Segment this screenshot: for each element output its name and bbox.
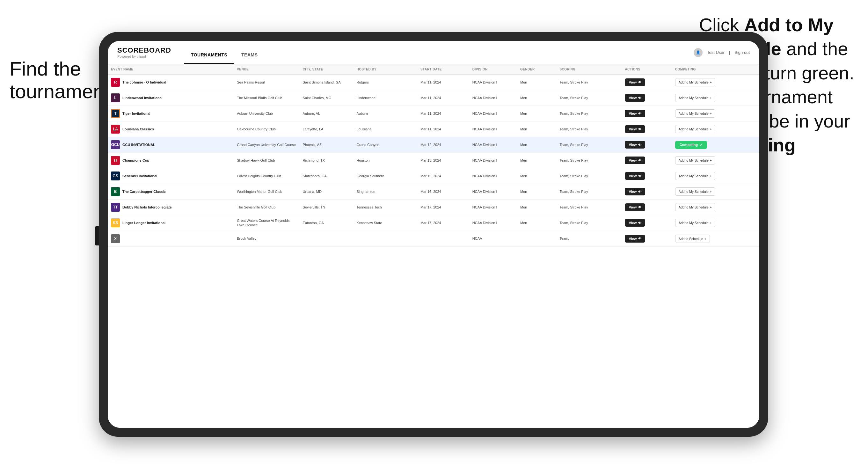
venue-cell: Oakbourne Country Club (234, 121, 299, 137)
view-button[interactable]: View 👁 (625, 141, 645, 149)
event-name: Lindenwood Invitational (122, 96, 162, 100)
scoring-cell: Team, Stroke Play (556, 106, 622, 121)
city-cell: Phoenix, AZ (300, 137, 353, 153)
col-gender: GENDER (517, 64, 556, 74)
eye-icon: 👁 (638, 81, 641, 84)
hosted-by-cell (353, 231, 417, 246)
gender-cell: Men (517, 121, 556, 137)
division-cell: NCAA Division I (469, 184, 517, 199)
tab-tournaments[interactable]: TOURNAMENTS (184, 52, 234, 64)
view-button[interactable]: View 👁 (625, 188, 645, 195)
view-button[interactable]: View 👁 (625, 172, 645, 180)
col-hosted: HOSTED BY (353, 64, 417, 74)
gender-cell: Men (517, 137, 556, 153)
add-to-schedule-button[interactable]: Add to My Schedule + (675, 187, 715, 196)
venue-cell: Shadow Hawk Golf Club (234, 153, 299, 168)
event-name-cell: BThe Carpetbagger Classic (108, 184, 234, 199)
team-logo: TT (111, 203, 120, 212)
division-cell: NCAA Division I (469, 199, 517, 215)
competing-cell: Add to My Schedule + (672, 90, 759, 106)
team-logo: R (111, 78, 120, 87)
add-to-schedule-button[interactable]: Add to My Schedule + (675, 94, 715, 102)
nav-tabs: TOURNAMENTS TEAMS (184, 41, 265, 64)
hosted-by-cell: Georgia Southern (353, 168, 417, 184)
add-to-schedule-button[interactable]: Add to Schedule + (675, 235, 710, 243)
eye-icon: 👁 (638, 190, 641, 193)
event-name: Tiger Invitational (122, 112, 151, 115)
signout-link[interactable]: Sign out (735, 50, 750, 55)
add-to-schedule-button[interactable]: Add to My Schedule + (675, 110, 715, 118)
city-cell: Urbana, MD (300, 184, 353, 199)
user-avatar: 👤 (694, 48, 703, 57)
col-actions: ACTIONS (622, 64, 672, 74)
actions-cell: View 👁 (622, 106, 672, 121)
hosted-by-cell: Grand Canyon (353, 137, 417, 153)
event-name-cell: TTiger Invitational (108, 106, 234, 121)
competing-cell: Add to My Schedule + (672, 215, 759, 231)
col-city: CITY, STATE (300, 64, 353, 74)
division-cell: NCAA Division I (469, 121, 517, 137)
eye-icon: 👁 (638, 112, 641, 115)
view-button[interactable]: View 👁 (625, 110, 645, 117)
view-button[interactable]: View 👁 (625, 219, 645, 227)
view-button[interactable]: View 👁 (625, 94, 645, 102)
scoring-cell: Team, Stroke Play (556, 215, 622, 231)
eye-icon: 👁 (638, 127, 641, 131)
add-to-schedule-button[interactable]: Add to My Schedule + (675, 203, 715, 211)
team-logo: L (111, 93, 120, 102)
col-division: DIVISION (469, 64, 517, 74)
division-cell: NCAA Division I (469, 153, 517, 168)
start-date-cell: Mar 17, 2024 (417, 215, 469, 231)
add-to-schedule-button[interactable]: Add to My Schedule + (675, 78, 715, 86)
scoring-cell: Team, Stroke Play (556, 153, 622, 168)
venue-cell: Forest Heights Country Club (234, 168, 299, 184)
add-to-schedule-button[interactable]: Add to My Schedule + (675, 125, 715, 133)
view-button[interactable]: View 👁 (625, 79, 645, 86)
actions-cell: View 👁 (622, 215, 672, 231)
venue-cell: Great Waters Course At Reynolds Lake Oco… (234, 215, 299, 231)
venue-cell: Grand Canyon University Golf Course (234, 137, 299, 153)
actions-cell: View 👁 (622, 153, 672, 168)
gender-cell (517, 231, 556, 246)
view-button[interactable]: View 👁 (625, 235, 645, 243)
hosted-by-cell: Binghamton (353, 184, 417, 199)
city-cell: Auburn, AL (300, 106, 353, 121)
add-to-schedule-button[interactable]: Add to My Schedule + (675, 219, 715, 227)
gender-cell: Men (517, 153, 556, 168)
user-name: Test User (707, 50, 724, 55)
col-competing: COMPETING (672, 64, 759, 74)
event-name: Louisiana Classics (122, 127, 154, 131)
team-logo: GCU (111, 140, 120, 149)
hosted-by-cell: Auburn (353, 106, 417, 121)
scoring-cell: Team, Stroke Play (556, 184, 622, 199)
view-button[interactable]: View 👁 (625, 204, 645, 211)
app-logo: SCOREBOARD (117, 47, 171, 54)
team-logo: B (111, 187, 120, 196)
actions-cell: View 👁 (622, 231, 672, 246)
header-right: 👤 Test User | Sign out (694, 48, 750, 57)
team-logo: X (111, 234, 120, 243)
hosted-by-cell: Lindenwood (353, 90, 417, 106)
venue-cell: Worthington Manor Golf Club (234, 184, 299, 199)
event-name: The Carpetbagger Classic (122, 190, 166, 193)
eye-icon: 👁 (638, 237, 641, 240)
start-date-cell: Mar 11, 2024 (417, 121, 469, 137)
view-button[interactable]: View 👁 (625, 125, 645, 133)
start-date-cell: Mar 12, 2024 (417, 137, 469, 153)
competing-button[interactable]: Competing ✓ (675, 141, 707, 149)
plus-icon: + (710, 127, 712, 131)
start-date-cell: Mar 13, 2024 (417, 153, 469, 168)
col-venue: VENUE (234, 64, 299, 74)
team-logo: H (111, 156, 120, 165)
table-header: EVENT NAME VENUE CITY, STATE HOSTED BY S… (108, 64, 759, 74)
eye-icon: 👁 (638, 143, 641, 147)
add-to-schedule-button[interactable]: Add to My Schedule + (675, 172, 715, 180)
view-button[interactable]: View 👁 (625, 157, 645, 164)
tab-teams[interactable]: TEAMS (234, 52, 265, 64)
gender-cell: Men (517, 106, 556, 121)
city-cell: Statesboro, GA (300, 168, 353, 184)
hosted-by-cell: Louisiana (353, 121, 417, 137)
app-header: SCOREBOARD Powered by clippd TOURNAMENTS… (108, 41, 759, 64)
gender-cell: Men (517, 168, 556, 184)
add-to-schedule-button[interactable]: Add to My Schedule + (675, 156, 715, 164)
